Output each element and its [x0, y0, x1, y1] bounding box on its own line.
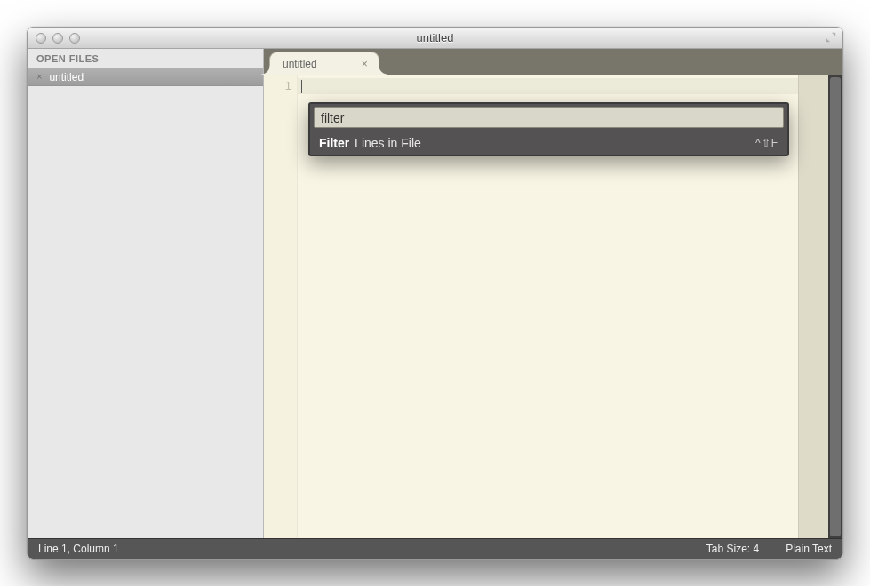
text-caret [301, 80, 302, 93]
status-tab-size[interactable]: Tab Size: 4 [706, 543, 759, 555]
tab-untitled[interactable]: untitled × [269, 52, 379, 75]
gutter: 1 [264, 75, 298, 538]
command-palette: Filter Lines in File ^⇧F [308, 102, 789, 156]
editor-area: untitled × 1 [264, 49, 842, 538]
scrollbar-thumb[interactable] [830, 77, 841, 536]
status-cursor-position[interactable]: Line 1, Column 1 [38, 543, 119, 555]
status-bar: Line 1, Column 1 Tab Size: 4 Plain Text [28, 538, 842, 559]
gutter-line-number: 1 [264, 79, 291, 92]
status-syntax[interactable]: Plain Text [786, 543, 832, 555]
titlebar: untitled [28, 28, 842, 49]
editor: 1 Filter Lines in File [264, 75, 842, 538]
fullscreen-icon[interactable] [825, 31, 837, 44]
command-palette-result-text: Filter Lines in File [319, 136, 421, 150]
minimap[interactable] [798, 75, 828, 538]
rest-text: Lines in File [351, 136, 421, 150]
tab-label: untitled [283, 58, 317, 70]
open-file-label: untitled [49, 71, 84, 83]
open-files-header: OPEN FILES [28, 49, 263, 68]
window-title: untitled [28, 31, 842, 44]
tab-bar: untitled × [264, 49, 842, 75]
close-file-icon[interactable]: × [36, 72, 42, 82]
tab-close-icon[interactable]: × [362, 58, 368, 70]
app-window: untitled OPEN FILES × untitled untitled … [27, 27, 843, 560]
command-shortcut: ^⇧F [755, 137, 778, 149]
open-file-item[interactable]: × untitled [28, 68, 263, 86]
current-line-highlight [298, 78, 798, 94]
sidebar: OPEN FILES × untitled [28, 49, 264, 538]
vertical-scrollbar[interactable] [828, 75, 842, 538]
window-body: OPEN FILES × untitled untitled × 1 [28, 49, 842, 538]
command-palette-input[interactable] [314, 107, 784, 128]
match-text: Filter [319, 136, 349, 150]
command-palette-result[interactable]: Filter Lines in File ^⇧F [310, 131, 787, 155]
